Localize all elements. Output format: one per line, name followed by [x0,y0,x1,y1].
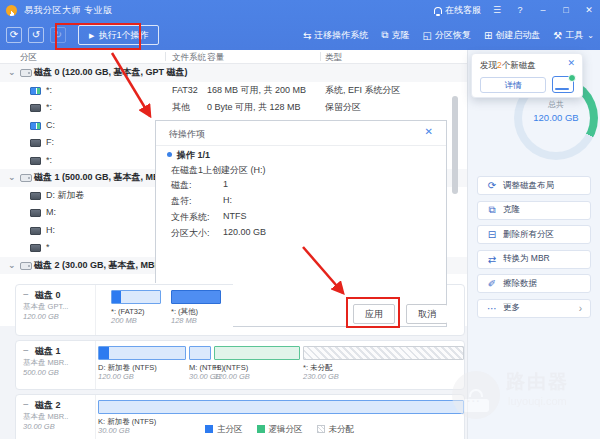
collapse-icon[interactable]: − [23,345,29,356]
scrollbar-thumb[interactable] [452,96,458,194]
redo-button[interactable]: ↻ [50,27,66,43]
disk-map-card[interactable]: − 磁盘 1 基本盘 MBR.. 500.00 GBD: 新加卷 (NTFS)1… [15,340,465,390]
table-row-partition[interactable]: *:其他0 Byte 可用, 共 128 MB保留分区 [0,99,467,117]
convert-icon: ⇄ [485,254,499,265]
col-capacity: 容量 [207,52,224,64]
dialog-title: 待操作项 [169,128,205,141]
dialog-field: 分区大小:120.00 GB [171,227,210,240]
partition-icon [30,244,41,252]
bootable-media-icon: ⊞ [484,30,492,41]
new-disk-icon [552,76,574,93]
sidebar: 总共 120.00 GB ⟳调整磁盘布局⧉克隆⊟删除所有分区⇄转换为 MBR✐擦… [467,50,600,439]
help-icon[interactable]: ? [513,5,527,15]
donut-value: 120.00 GB [522,112,590,123]
chevron-right-icon: › [579,303,582,314]
toolbar-item-clone[interactable]: ⧉克隆 [381,29,409,42]
expand-caret-icon[interactable]: ⌄ [8,257,16,273]
partition-bar[interactable] [98,400,464,414]
adjust-layout-icon: ⟳ [485,180,499,191]
expand-caret-icon[interactable]: ⌄ [8,64,16,80]
app-logo-icon [6,5,17,16]
legend-swatch-icon [257,425,265,433]
toolbar-item-partition-recovery[interactable]: ◱分区恢复 [422,29,470,42]
clone-icon: ⧉ [485,204,499,216]
wipe-data-icon: ✐ [485,278,499,289]
partition-bar[interactable] [303,346,464,360]
col-filesystem: 文件系统 [172,52,206,64]
close-button[interactable]: ✕ [582,5,596,15]
partition-size: 200 MB [111,316,137,325]
toolbar-item-bootable-media[interactable]: ⊞创建启动盘 [484,29,540,42]
partition-icon [30,157,41,165]
new-disk-notification: 发现2个新磁盘 ✕ 详情 [471,53,583,98]
tools-icon: ⚒ [553,30,562,41]
adjust-layout-button[interactable]: ⟳调整磁盘布局 [477,176,591,195]
partition-icon [30,139,41,147]
wipe-data-button[interactable]: ✐擦除数据 [477,274,591,293]
partition-bar[interactable] [189,346,211,360]
partition-recovery-icon: ◱ [422,30,431,41]
delete-partitions-button[interactable]: ⊟删除所有分区 [477,225,591,244]
notification-detail-button[interactable]: 详情 [480,77,546,93]
delete-partitions-icon: ⊟ [485,229,499,240]
operation-description: 在磁盘1上创建分区 (H:) [171,164,266,177]
legend-item: 逻辑分区 [257,424,303,436]
more-icon: ⋯ [485,303,499,314]
collapse-icon[interactable]: − [23,289,29,300]
partition-bar[interactable] [171,290,221,304]
partition-size: 120.00 GB [214,372,250,381]
donut-label: 总共 [522,99,590,110]
operation-index: 操作 1/1 [177,149,210,162]
chevron-down-icon: ⌄ [587,31,594,40]
online-service-button[interactable]: 在线客服 [434,4,481,17]
titlebar: 易我分区大师 专业版 在线客服 ☰ ? – □ ✕ [0,0,600,20]
clone-icon: ⧉ [381,29,388,41]
convert-button[interactable]: ⇄转换为 MBR [477,250,591,269]
cancel-button[interactable]: 取消 [406,304,448,324]
toolbar-item-tools[interactable]: ⚒工具⌄ [553,29,594,42]
clone-button[interactable]: ⧉克隆 [477,201,591,220]
partition-icon [30,227,41,235]
table-row-disk[interactable]: ⌄磁盘 0 (120.00 GB, 基本盘, GPT 磁盘) [0,64,467,82]
partition-legend: 主分区逻辑分区未分配 [205,424,354,436]
undo-button[interactable]: ↺ [28,27,44,43]
play-icon: ▶ [89,32,94,39]
table-header: 分区 文件系统 容量 类型 [0,50,467,64]
more-button[interactable]: ⋯更多› [477,299,591,318]
disk-icon [20,262,32,270]
partition-label: H: (NTFS) [214,363,248,372]
partition-size: 230.00 GB [303,372,339,381]
app-title: 易我分区大师 专业版 [24,4,113,17]
maximize-button[interactable]: □ [559,5,573,15]
menu-icon[interactable]: ☰ [490,5,504,15]
disk-icon [20,69,32,77]
toolbar-menu: ⇆迁移操作系统⧉克隆◱分区恢复⊞创建启动盘⚒工具⌄ [303,20,594,50]
partition-bar[interactable] [111,290,161,304]
refresh-button[interactable]: ⟳ [6,27,22,43]
partition-bar[interactable] [98,346,186,360]
app-header: 易我分区大师 专业版 在线客服 ☰ ? – □ ✕ ⟳ ↺ ↻ ▶执行1个操作 … [0,0,600,50]
dialog-field: 磁盘:1 [171,179,192,192]
partition-size: 120.00 GB [98,372,134,381]
apply-button[interactable]: 应用 [353,304,395,324]
operation-bullet-icon [167,152,172,157]
minimize-button[interactable]: – [536,5,550,15]
toolbar: ⟳ ↺ ↻ ▶执行1个操作 ⇆迁移操作系统⧉克隆◱分区恢复⊞创建启动盘⚒工具⌄ [0,20,600,50]
col-partition: 分区 [20,52,37,64]
dialog-close-icon[interactable]: ✕ [425,126,433,137]
collapse-icon[interactable]: − [23,399,29,410]
partition-icon [30,192,41,200]
partition-label: *: (FAT32) [111,307,145,316]
partition-bar[interactable] [214,346,300,360]
table-row-partition[interactable]: *:FAT32168 MB 可用, 共 200 MB系统, EFI 系统分区 [0,82,467,100]
dialog-field: 盘符:H: [171,195,192,208]
expand-caret-icon[interactable]: ⌄ [8,169,16,185]
disk-icon [20,174,32,182]
partition-size: 128 MB [171,316,197,325]
partition-icon [30,122,41,130]
execute-operation-button[interactable]: ▶执行1个操作 [78,25,159,45]
toolbar-item-migrate-os[interactable]: ⇆迁移操作系统 [303,29,368,42]
legend-swatch-icon [205,425,213,433]
notification-close-icon[interactable]: ✕ [567,58,575,68]
legend-item: 主分区 [205,424,243,436]
